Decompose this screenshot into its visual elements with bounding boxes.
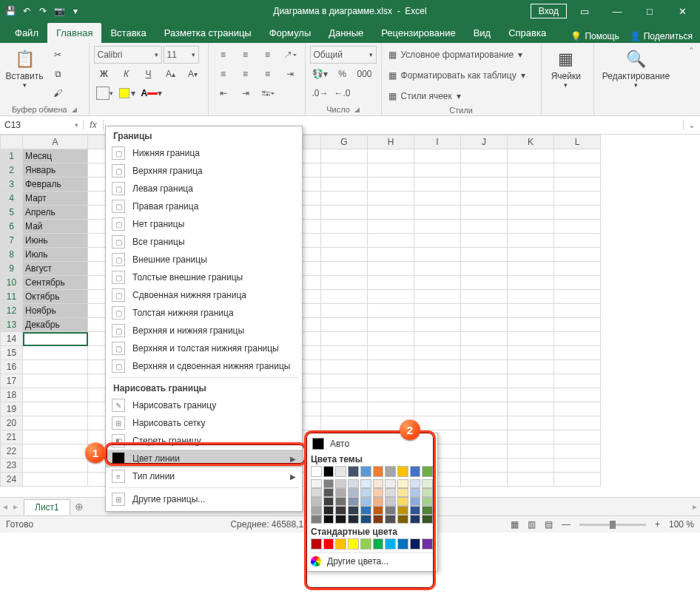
dialog-launcher-icon[interactable]: ◢ — [354, 104, 360, 115]
cell[interactable] — [368, 276, 414, 290]
color-swatch[interactable] — [335, 488, 346, 497]
color-swatch[interactable] — [397, 506, 408, 515]
number-format-select[interactable]: Общий▾ — [310, 46, 377, 64]
tab-help[interactable]: Справка — [499, 23, 555, 43]
row-header[interactable]: 16 — [1, 360, 23, 374]
tell-me[interactable]: 💡Помощь — [571, 31, 619, 41]
cell[interactable] — [508, 473, 554, 487]
cell[interactable] — [23, 402, 88, 416]
zoom-slider[interactable] — [579, 524, 646, 526]
cell[interactable] — [554, 290, 601, 304]
cell[interactable] — [368, 178, 414, 192]
cell[interactable] — [461, 332, 508, 346]
cell[interactable] — [508, 332, 554, 346]
qat-dropdown-icon[interactable]: ▾ — [68, 4, 83, 18]
underline-button[interactable]: Ч — [138, 65, 159, 83]
cell[interactable] — [321, 290, 368, 304]
cell[interactable] — [461, 346, 508, 360]
cell[interactable] — [554, 346, 601, 360]
cell[interactable] — [23, 332, 88, 346]
cell[interactable] — [554, 163, 601, 178]
cell[interactable] — [321, 149, 368, 163]
color-swatch[interactable] — [385, 479, 396, 488]
color-swatch[interactable] — [410, 515, 421, 524]
cell[interactable] — [321, 304, 368, 318]
cell[interactable]: Январь — [23, 163, 88, 178]
color-swatch[interactable] — [385, 497, 396, 506]
cell[interactable] — [554, 304, 601, 318]
cell[interactable] — [508, 234, 554, 248]
cell[interactable] — [461, 149, 508, 163]
cell[interactable] — [368, 262, 414, 276]
row-header[interactable]: 4 — [1, 192, 23, 206]
view-normal-icon[interactable]: ▦ — [511, 519, 519, 530]
cell[interactable] — [414, 318, 461, 332]
cell[interactable] — [461, 402, 508, 416]
color-swatch[interactable] — [348, 497, 359, 506]
cell[interactable]: Июнь — [23, 234, 88, 248]
cell[interactable] — [321, 374, 368, 388]
col-header[interactable]: K — [508, 135, 554, 149]
cell[interactable] — [508, 220, 554, 234]
cell[interactable] — [414, 149, 461, 163]
cell[interactable] — [414, 374, 461, 388]
color-swatch[interactable] — [360, 479, 371, 488]
row-header[interactable]: 23 — [1, 459, 23, 473]
col-header[interactable]: A — [23, 135, 88, 149]
cell[interactable] — [368, 374, 414, 388]
mi-more-borders[interactable]: ⊞Другие границы... — [106, 490, 302, 508]
cell[interactable] — [554, 402, 601, 416]
cell[interactable] — [461, 290, 508, 304]
cell[interactable] — [414, 304, 461, 318]
color-swatch[interactable] — [311, 538, 322, 550]
add-sheet-icon[interactable]: ⊕ — [70, 501, 88, 513]
cell[interactable] — [554, 332, 601, 346]
cell[interactable] — [508, 248, 554, 262]
color-swatch[interactable] — [385, 488, 396, 497]
align-middle-icon[interactable]: ≡ — [235, 46, 256, 64]
cell[interactable]: Апрель — [23, 206, 88, 220]
cell[interactable] — [508, 346, 554, 360]
color-swatch[interactable] — [373, 506, 384, 515]
color-swatch[interactable] — [422, 506, 433, 515]
bold-button[interactable]: Ж — [94, 65, 115, 83]
cell[interactable] — [414, 416, 461, 430]
row-header[interactable]: 19 — [1, 402, 23, 416]
name-box[interactable]: C13▾ — [0, 120, 84, 130]
cell[interactable] — [508, 163, 554, 178]
color-swatch[interactable] — [422, 488, 433, 497]
format-as-table-button[interactable]: ▦ Форматировать как таблицу ▾ — [386, 67, 536, 84]
more-colors[interactable]: Другие цвета... — [311, 552, 433, 567]
align-bottom-icon[interactable]: ≡ — [258, 46, 278, 64]
color-swatch[interactable] — [410, 497, 421, 506]
col-header[interactable]: G — [321, 135, 368, 149]
col-header[interactable]: L — [554, 135, 601, 149]
cell[interactable] — [461, 445, 508, 459]
camera-icon[interactable]: 📷 — [52, 4, 67, 18]
zoom-in-icon[interactable]: + — [655, 519, 660, 530]
cell[interactable] — [461, 459, 508, 473]
cell[interactable] — [508, 360, 554, 374]
cell[interactable] — [508, 192, 554, 206]
cell[interactable]: Март — [23, 192, 88, 206]
cell[interactable] — [508, 402, 554, 416]
select-all[interactable] — [1, 135, 23, 149]
cells-button[interactable]: ▦Ячейки▾ — [546, 46, 586, 101]
fx-icon[interactable]: fx — [84, 120, 104, 130]
color-swatch[interactable] — [397, 466, 408, 477]
view-pagebreak-icon[interactable]: ▤ — [545, 519, 553, 530]
cell[interactable]: Июль — [23, 248, 88, 262]
cell[interactable] — [461, 220, 508, 234]
col-header[interactable]: H — [368, 135, 414, 149]
color-swatch[interactable] — [373, 538, 384, 550]
cell[interactable] — [461, 206, 508, 220]
color-swatch[interactable] — [373, 515, 384, 524]
close-icon[interactable]: ✕ — [667, 1, 697, 21]
font-select[interactable]: Calibri▾ — [94, 46, 162, 64]
color-swatch[interactable] — [373, 479, 384, 488]
cell[interactable] — [414, 290, 461, 304]
cell[interactable] — [554, 206, 601, 220]
color-swatch[interactable] — [397, 488, 408, 497]
row-header[interactable]: 21 — [1, 430, 23, 445]
align-center-icon[interactable]: ≡ — [235, 65, 256, 83]
